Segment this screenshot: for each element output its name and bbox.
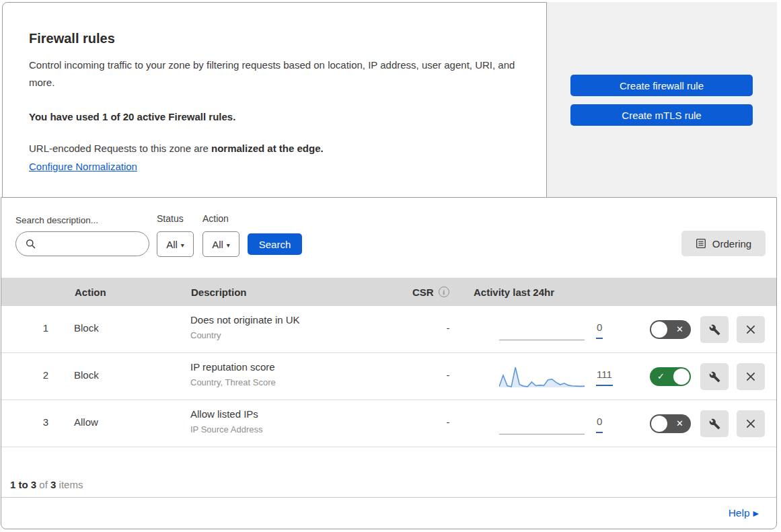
activity-count-link[interactable]: 111 bbox=[596, 369, 613, 386]
action-dropdown[interactable]: All ▾ bbox=[202, 231, 239, 257]
activity-sparkline bbox=[499, 400, 585, 447]
csr-value: - bbox=[440, 416, 456, 428]
rule-priority: 2 bbox=[36, 369, 55, 381]
rule-enabled-toggle[interactable]: ✕ bbox=[650, 320, 691, 339]
rule-enabled-toggle[interactable]: ✓ bbox=[650, 367, 691, 386]
column-header-csr: CSR i bbox=[412, 278, 449, 306]
usage-note: You have used 1 of 20 active Firewall ru… bbox=[29, 111, 235, 122]
toggle-knob bbox=[673, 369, 690, 385]
chevron-down-icon: ▾ bbox=[181, 241, 184, 249]
delete-rule-button[interactable] bbox=[737, 363, 765, 390]
table-row: 3 Allow Allow listed IPs IP Source Addre… bbox=[1, 400, 776, 447]
edit-rule-button[interactable] bbox=[700, 363, 729, 390]
activity-count-link[interactable]: 0 bbox=[596, 321, 603, 339]
column-header-activity: Activity last 24hr bbox=[474, 278, 554, 306]
close-icon bbox=[745, 371, 757, 383]
search-input-wrap[interactable] bbox=[15, 231, 149, 256]
edit-rule-button[interactable] bbox=[700, 410, 729, 437]
pagination-range: 1 to 3 bbox=[10, 479, 36, 490]
chevron-down-icon: ▾ bbox=[227, 241, 230, 249]
help-link[interactable]: Help▶ bbox=[729, 507, 759, 519]
wrench-icon bbox=[709, 371, 720, 383]
activity-sparkline bbox=[499, 306, 585, 353]
search-label: Search description... bbox=[15, 215, 98, 225]
info-icon[interactable]: i bbox=[439, 287, 449, 297]
footer-divider bbox=[1, 497, 776, 498]
close-icon bbox=[745, 324, 757, 336]
page-title: Firewall rules bbox=[29, 31, 115, 46]
toggle-state-icon: ✕ bbox=[669, 320, 691, 339]
rule-action: Allow bbox=[74, 416, 98, 428]
csr-value: - bbox=[440, 322, 456, 334]
table-row: 1 Block Does not originate in UK Country… bbox=[1, 306, 776, 353]
close-icon bbox=[745, 418, 757, 430]
sparkline-chart bbox=[499, 365, 585, 388]
rule-enabled-toggle[interactable]: ✕ bbox=[650, 414, 691, 433]
help-arrow-icon: ▶ bbox=[753, 509, 759, 517]
toggle-state-icon: ✕ bbox=[669, 414, 691, 433]
csr-value: - bbox=[440, 369, 456, 381]
flat-activity-line bbox=[499, 340, 585, 340]
delete-rule-button[interactable] bbox=[737, 410, 765, 437]
rules-table-body: 1 Block Does not originate in UK Country… bbox=[1, 306, 776, 447]
edit-rule-button[interactable] bbox=[700, 316, 729, 343]
ordering-button-label: Ordering bbox=[712, 238, 751, 250]
pagination-total: 3 bbox=[50, 479, 56, 490]
action-dropdown-value: All bbox=[212, 239, 223, 250]
activity-sparkline bbox=[499, 353, 585, 400]
rule-description: Allow listed IPs bbox=[190, 408, 258, 420]
rule-action: Block bbox=[74, 322, 99, 334]
actions-panel bbox=[546, 2, 777, 197]
search-input[interactable] bbox=[42, 239, 143, 250]
rule-description: Does not originate in UK bbox=[190, 314, 300, 326]
toggle-knob bbox=[651, 416, 667, 432]
create-firewall-rule-button[interactable]: Create firewall rule bbox=[570, 75, 753, 96]
column-header-description: Description bbox=[191, 278, 247, 306]
rules-list-card: Search description... Status Action All … bbox=[1, 197, 777, 529]
delete-rule-button[interactable] bbox=[737, 316, 765, 343]
firewall-overview-card: Firewall rules Control incoming traffic … bbox=[2, 2, 547, 198]
normalization-note: URL-encoded Requests to this zone are no… bbox=[29, 143, 324, 154]
help-link-label: Help bbox=[729, 507, 750, 519]
search-icon bbox=[26, 239, 36, 250]
rule-action: Block bbox=[74, 369, 99, 381]
table-header-row: Action Description CSR i Activity last 2… bbox=[1, 278, 776, 306]
rule-priority: 1 bbox=[36, 322, 55, 334]
create-mtls-rule-button[interactable]: Create mTLS rule bbox=[570, 104, 753, 126]
wrench-icon bbox=[709, 418, 720, 430]
status-dropdown[interactable]: All ▾ bbox=[157, 231, 194, 257]
flat-activity-line bbox=[499, 434, 585, 434]
wrench-icon bbox=[709, 324, 720, 336]
status-dropdown-value: All bbox=[166, 239, 178, 250]
configure-normalization-link[interactable]: Configure Normalization bbox=[29, 161, 137, 172]
rule-description: IP reputation score bbox=[190, 361, 275, 373]
status-label: Status bbox=[157, 213, 184, 224]
column-header-action: Action bbox=[75, 278, 106, 306]
rule-filter-fields: Country bbox=[190, 330, 221, 340]
rule-filter-fields: Country, Threat Score bbox=[190, 377, 276, 387]
action-label: Action bbox=[202, 213, 229, 224]
ordering-list-icon bbox=[696, 238, 706, 249]
ordering-button[interactable]: Ordering bbox=[681, 231, 766, 256]
page-description: Control incoming traffic to your zone by… bbox=[29, 56, 530, 91]
activity-count-link[interactable]: 0 bbox=[596, 416, 603, 433]
normalization-text: URL-encoded Requests to this zone are bbox=[29, 143, 211, 154]
toggle-knob bbox=[651, 321, 667, 338]
rule-filter-fields: IP Source Address bbox=[190, 424, 262, 434]
rule-priority: 3 bbox=[36, 416, 55, 428]
firewall-rules-page: Firewall rules Control incoming traffic … bbox=[0, 0, 781, 532]
pagination-summary: 1 to 3 of 3 items bbox=[10, 479, 83, 490]
table-row: 2 Block IP reputation score Country, Thr… bbox=[1, 353, 776, 400]
toggle-state-icon: ✓ bbox=[650, 367, 672, 386]
normalization-bold-text: normalized at the edge. bbox=[211, 143, 324, 154]
search-button[interactable]: Search bbox=[248, 233, 302, 255]
